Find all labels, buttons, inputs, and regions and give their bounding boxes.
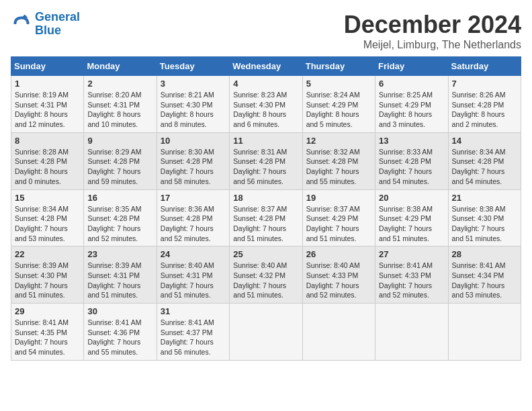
day-cell: 14Sunrise: 8:34 AM Sunset: 4:28 PM Dayli… <box>448 132 521 189</box>
day-info: Sunrise: 8:36 AM Sunset: 4:28 PM Dayligh… <box>161 204 226 244</box>
day-number: 19 <box>306 193 371 203</box>
day-cell: 21Sunrise: 8:38 AM Sunset: 4:30 PM Dayli… <box>448 189 521 246</box>
month-title: December 2024 <box>344 11 521 39</box>
day-info: Sunrise: 8:40 AM Sunset: 4:31 PM Dayligh… <box>161 261 226 300</box>
logo-line2: Blue <box>35 24 61 37</box>
day-cell <box>375 304 448 361</box>
day-cell: 3Sunrise: 8:21 AM Sunset: 4:30 PM Daylig… <box>157 76 229 133</box>
day-cell: 17Sunrise: 8:36 AM Sunset: 4:28 PM Dayli… <box>157 189 229 246</box>
day-cell: 12Sunrise: 8:32 AM Sunset: 4:28 PM Dayli… <box>302 132 375 189</box>
header-cell-tuesday: Tuesday <box>157 57 229 76</box>
day-info: Sunrise: 8:40 AM Sunset: 4:33 PM Dayligh… <box>306 261 371 300</box>
day-cell: 31Sunrise: 8:41 AM Sunset: 4:37 PM Dayli… <box>157 304 229 361</box>
logo-text: General Blue <box>35 11 80 38</box>
header-cell-monday: Monday <box>84 57 157 76</box>
day-number: 8 <box>15 136 80 146</box>
day-cell: 10Sunrise: 8:30 AM Sunset: 4:28 PM Dayli… <box>157 132 229 189</box>
day-number: 13 <box>379 136 444 146</box>
week-row-4: 22Sunrise: 8:39 AM Sunset: 4:30 PM Dayli… <box>11 246 521 304</box>
day-cell: 27Sunrise: 8:41 AM Sunset: 4:33 PM Dayli… <box>375 246 448 304</box>
day-number: 26 <box>306 249 371 259</box>
day-number: 22 <box>15 249 80 259</box>
day-info: Sunrise: 8:26 AM Sunset: 4:28 PM Dayligh… <box>452 90 517 130</box>
week-row-5: 29Sunrise: 8:41 AM Sunset: 4:35 PM Dayli… <box>11 304 521 361</box>
day-cell: 29Sunrise: 8:41 AM Sunset: 4:35 PM Dayli… <box>11 304 84 361</box>
day-cell: 18Sunrise: 8:37 AM Sunset: 4:28 PM Dayli… <box>230 189 302 246</box>
day-cell: 4Sunrise: 8:23 AM Sunset: 4:30 PM Daylig… <box>230 76 302 133</box>
day-info: Sunrise: 8:31 AM Sunset: 4:28 PM Dayligh… <box>233 147 298 187</box>
header-cell-thursday: Thursday <box>302 57 375 76</box>
calendar-table: SundayMondayTuesdayWednesdayThursdayFrid… <box>11 56 521 361</box>
day-cell <box>302 304 375 361</box>
day-info: Sunrise: 8:29 AM Sunset: 4:28 PM Dayligh… <box>87 147 152 187</box>
day-number: 18 <box>233 193 298 203</box>
calendar-body: 1Sunrise: 8:19 AM Sunset: 4:31 PM Daylig… <box>11 76 521 361</box>
day-number: 11 <box>233 136 298 146</box>
day-info: Sunrise: 8:41 AM Sunset: 4:35 PM Dayligh… <box>15 318 80 357</box>
day-info: Sunrise: 8:39 AM Sunset: 4:31 PM Dayligh… <box>87 261 152 300</box>
day-number: 30 <box>87 306 152 316</box>
day-cell: 22Sunrise: 8:39 AM Sunset: 4:30 PM Dayli… <box>11 246 84 304</box>
day-info: Sunrise: 8:25 AM Sunset: 4:29 PM Dayligh… <box>379 90 444 130</box>
day-cell: 15Sunrise: 8:34 AM Sunset: 4:28 PM Dayli… <box>11 189 84 246</box>
day-number: 21 <box>452 193 517 203</box>
logo-icon <box>11 13 32 35</box>
day-info: Sunrise: 8:37 AM Sunset: 4:29 PM Dayligh… <box>306 204 371 244</box>
title-block: December 2024 Meijel, Limburg, The Nethe… <box>344 11 521 51</box>
day-number: 3 <box>161 79 226 89</box>
week-row-3: 15Sunrise: 8:34 AM Sunset: 4:28 PM Dayli… <box>11 189 521 246</box>
day-info: Sunrise: 8:37 AM Sunset: 4:28 PM Dayligh… <box>233 204 298 244</box>
location: Meijel, Limburg, The Netherlands <box>344 39 521 51</box>
day-info: Sunrise: 8:35 AM Sunset: 4:28 PM Dayligh… <box>87 204 152 244</box>
day-info: Sunrise: 8:39 AM Sunset: 4:30 PM Dayligh… <box>15 261 80 300</box>
day-info: Sunrise: 8:20 AM Sunset: 4:31 PM Dayligh… <box>87 90 152 130</box>
day-cell: 25Sunrise: 8:40 AM Sunset: 4:32 PM Dayli… <box>230 246 302 304</box>
day-info: Sunrise: 8:23 AM Sunset: 4:30 PM Dayligh… <box>233 90 298 130</box>
calendar-header: SundayMondayTuesdayWednesdayThursdayFrid… <box>11 57 521 76</box>
header-cell-wednesday: Wednesday <box>230 57 302 76</box>
day-number: 7 <box>452 79 517 89</box>
logo-line1: General <box>35 10 80 24</box>
day-number: 2 <box>87 79 152 89</box>
day-info: Sunrise: 8:32 AM Sunset: 4:28 PM Dayligh… <box>306 147 371 187</box>
day-number: 6 <box>379 79 444 89</box>
day-cell: 7Sunrise: 8:26 AM Sunset: 4:28 PM Daylig… <box>448 76 521 133</box>
day-number: 9 <box>87 136 152 146</box>
day-cell: 13Sunrise: 8:33 AM Sunset: 4:28 PM Dayli… <box>375 132 448 189</box>
day-cell: 9Sunrise: 8:29 AM Sunset: 4:28 PM Daylig… <box>84 132 157 189</box>
day-cell: 2Sunrise: 8:20 AM Sunset: 4:31 PM Daylig… <box>84 76 157 133</box>
day-cell: 28Sunrise: 8:41 AM Sunset: 4:34 PM Dayli… <box>448 246 521 304</box>
day-cell: 26Sunrise: 8:40 AM Sunset: 4:33 PM Dayli… <box>302 246 375 304</box>
day-cell: 30Sunrise: 8:41 AM Sunset: 4:36 PM Dayli… <box>84 304 157 361</box>
day-info: Sunrise: 8:21 AM Sunset: 4:30 PM Dayligh… <box>161 90 226 130</box>
week-row-2: 8Sunrise: 8:28 AM Sunset: 4:28 PM Daylig… <box>11 132 521 189</box>
header-cell-friday: Friday <box>375 57 448 76</box>
page-header: General Blue December 2024 Meijel, Limbu… <box>11 11 521 51</box>
day-info: Sunrise: 8:38 AM Sunset: 4:29 PM Dayligh… <box>379 204 444 244</box>
day-number: 20 <box>379 193 444 203</box>
day-info: Sunrise: 8:40 AM Sunset: 4:32 PM Dayligh… <box>233 261 298 300</box>
day-number: 5 <box>306 79 371 89</box>
day-cell: 20Sunrise: 8:38 AM Sunset: 4:29 PM Dayli… <box>375 189 448 246</box>
day-info: Sunrise: 8:34 AM Sunset: 4:28 PM Dayligh… <box>452 147 517 187</box>
day-info: Sunrise: 8:34 AM Sunset: 4:28 PM Dayligh… <box>15 204 80 244</box>
day-info: Sunrise: 8:24 AM Sunset: 4:29 PM Dayligh… <box>306 90 371 130</box>
week-row-1: 1Sunrise: 8:19 AM Sunset: 4:31 PM Daylig… <box>11 76 521 133</box>
day-number: 12 <box>306 136 371 146</box>
day-info: Sunrise: 8:41 AM Sunset: 4:34 PM Dayligh… <box>452 261 517 300</box>
day-number: 1 <box>15 79 80 89</box>
day-number: 17 <box>161 193 226 203</box>
day-cell <box>448 304 521 361</box>
day-cell: 16Sunrise: 8:35 AM Sunset: 4:28 PM Dayli… <box>84 189 157 246</box>
day-number: 4 <box>233 79 298 89</box>
day-cell: 1Sunrise: 8:19 AM Sunset: 4:31 PM Daylig… <box>11 76 84 133</box>
day-number: 14 <box>452 136 517 146</box>
day-info: Sunrise: 8:33 AM Sunset: 4:28 PM Dayligh… <box>379 147 444 187</box>
day-number: 16 <box>87 193 152 203</box>
day-info: Sunrise: 8:19 AM Sunset: 4:31 PM Dayligh… <box>15 90 80 130</box>
day-number: 29 <box>15 306 80 316</box>
day-number: 15 <box>15 193 80 203</box>
day-cell: 6Sunrise: 8:25 AM Sunset: 4:29 PM Daylig… <box>375 76 448 133</box>
day-number: 28 <box>452 249 517 259</box>
day-cell: 5Sunrise: 8:24 AM Sunset: 4:29 PM Daylig… <box>302 76 375 133</box>
